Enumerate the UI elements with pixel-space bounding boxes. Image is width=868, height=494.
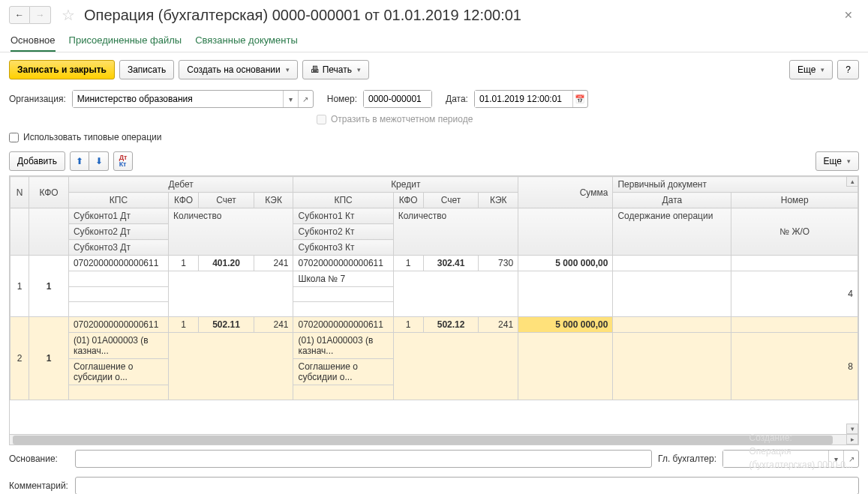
org-label: Организация: [9,94,66,104]
tab-linked[interactable]: Связанные документы [195,34,298,46]
accounting-grid[interactable]: N КФО Дебет Кредит Сумма Первичный докум… [9,175,859,445]
print-button[interactable]: Печать [302,60,369,79]
horizontal-scrollbar[interactable] [10,434,846,445]
save-button[interactable]: Записать [119,60,174,79]
date-input[interactable] [475,91,572,107]
col-kfo[interactable]: КФО [29,177,69,208]
org-input[interactable] [73,91,283,107]
help-button[interactable]: ? [837,60,859,79]
number-label: Номер: [327,94,357,104]
col-n[interactable]: N [11,177,29,208]
scroll-right-icon[interactable]: ▸ [846,434,858,445]
tab-files[interactable]: Присоединенные файлы [69,34,182,46]
favorite-star-icon[interactable]: ☆ [62,6,75,24]
table-row[interactable]: (01) 01А000003 (в казнач... (01) 01А0000… [11,333,858,359]
chief-acc-input[interactable] [723,451,828,467]
chief-acc-dropdown-icon[interactable]: ▾ [828,451,843,467]
chief-acc-combo[interactable]: ▾ ↗ [722,450,859,468]
page-title: Операция (бухгалтерская) 0000-000001 от … [84,7,521,24]
scroll-up-icon[interactable]: ▴ [846,176,858,187]
more-button[interactable]: Еще [789,60,833,79]
dtkt-button[interactable]: ДтКт [113,151,133,171]
calendar-icon[interactable] [572,91,587,107]
table-row[interactable]: Школа № 7 4 [11,271,858,287]
table-row[interactable]: 2 1 07020000000000611 1 502.11 241 07020… [11,317,858,333]
create-on-basis-button[interactable]: Создать на основании [179,60,298,79]
org-combo[interactable]: ▾ ↗ [72,90,314,108]
scroll-down-icon[interactable]: ▾ [846,424,858,434]
number-field[interactable] [363,90,432,108]
org-dropdown-icon[interactable]: ▾ [283,91,298,107]
add-row-button[interactable]: Добавить [9,151,65,171]
col-sum[interactable]: Сумма [518,177,613,208]
use-typical-checkbox[interactable] [9,133,19,142]
save-close-button[interactable]: Записать и закрыть [9,60,115,79]
move-down-button[interactable]: ⬇ [89,151,109,171]
use-typical-label: Использовать типовые операции [23,132,161,142]
nav-forward-button[interactable]: → [30,6,51,24]
basis-input[interactable] [75,450,652,468]
basis-label: Основание: [9,454,69,464]
nav-back-button[interactable]: ← [9,6,30,24]
chief-acc-open-icon[interactable]: ↗ [843,451,858,467]
tab-main[interactable]: Основное [11,34,56,52]
grid-more-button[interactable]: Еще [815,151,859,171]
move-up-button[interactable]: ⬆ [70,151,89,171]
chief-acc-label: Гл. бухгалтер: [658,454,716,464]
comment-input[interactable] [75,477,859,494]
date-field[interactable] [474,90,588,108]
comment-label: Комментарий: [9,481,69,491]
org-open-icon[interactable]: ↗ [298,91,313,107]
col-debit[interactable]: Дебет [68,177,293,193]
interperiod-checkbox [317,115,326,124]
table-row[interactable]: 1 1 07020000000000611 1 401.20 241 07020… [11,256,858,271]
col-primary-doc[interactable]: Первичный документ [613,177,858,193]
close-icon[interactable]: ✕ [838,9,859,21]
col-credit[interactable]: Кредит [293,177,518,193]
number-input[interactable] [364,91,431,107]
interperiod-label: Отразить в межотчетном периоде [331,114,473,124]
date-label: Дата: [446,94,468,104]
printer-icon [311,64,320,75]
